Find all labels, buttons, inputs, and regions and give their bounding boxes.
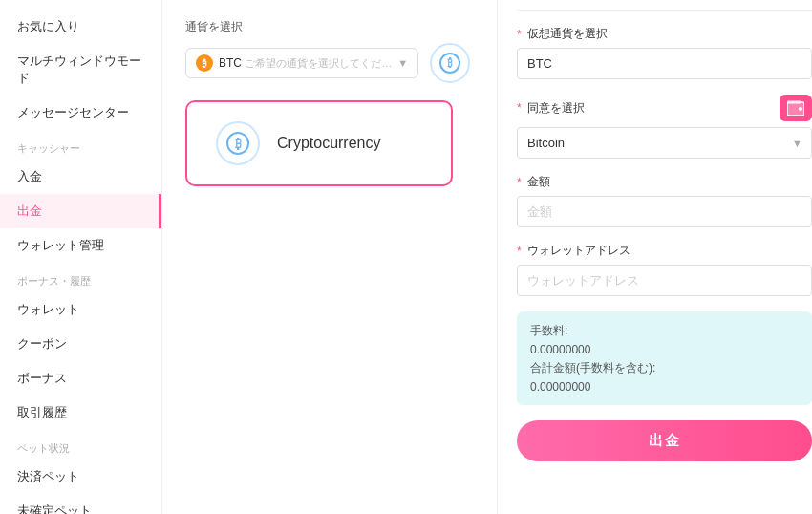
network-label: * 同意を選択 — [517, 100, 585, 117]
btc-icon: ₿ — [196, 54, 213, 72]
wallet-address-label: * ウォレットアドレス — [517, 243, 812, 259]
currency-select-row: ₿ BTC ご希望の通貨を選択してくだ… ▼ ₿ — [185, 43, 474, 83]
crypto-icon-circle: ₿ — [430, 43, 470, 83]
amount-label: * 金額 — [517, 174, 812, 190]
form-panel: * 仮想通貨を選択 * 同意を選択 — [497, 0, 812, 514]
currency-section-label: 通貨を選択 — [185, 19, 474, 35]
wallet-address-group: * ウォレットアドレス — [517, 243, 812, 296]
form-divider — [517, 10, 812, 11]
fee-info-box: 手数料: 0.00000000 合計金額(手数料を含む): 0.00000000 — [517, 311, 812, 405]
svg-text:₿: ₿ — [447, 57, 453, 69]
submit-withdraw-button[interactable]: 出金 — [517, 420, 812, 461]
sidebar-item-coupon[interactable]: クーポン — [0, 327, 161, 361]
total-label-line: 合計金額(手数料を含む): — [530, 360, 799, 376]
svg-point-7 — [799, 107, 802, 111]
amount-input[interactable] — [517, 196, 812, 227]
sidebar-item-multiwindow[interactable]: マルチウィンドウモード — [0, 44, 161, 96]
sidebar-item-unconfirmed-pet[interactable]: 未確定ペット — [0, 494, 161, 514]
svg-text:₿: ₿ — [235, 137, 242, 151]
sidebar: お気に入り マルチウィンドウモード メッセージセンター キャッシャー 入金 出金… — [0, 0, 162, 514]
network-input[interactable] — [517, 127, 812, 159]
crypto-input[interactable] — [517, 48, 812, 79]
crypto-select-group: * 仮想通貨を選択 — [517, 26, 812, 79]
sidebar-item-settled-pet[interactable]: 決済ペット — [0, 460, 161, 494]
network-select-wrapper: ▼ — [517, 127, 812, 159]
sidebar-item-deposit[interactable]: 入金 — [0, 160, 161, 194]
cryptocurrency-label: Cryptocurrency — [277, 135, 380, 152]
fee-label-line: 手数料: — [530, 323, 799, 339]
main-content: 通貨を選択 ₿ BTC ご希望の通貨を選択してくだ… ▼ ₿ ₿ — [162, 0, 497, 514]
fee-value-line: 0.00000000 — [530, 343, 799, 356]
currency-dropdown[interactable]: ₿ BTC ご希望の通貨を選択してくだ… ▼ — [185, 48, 418, 78]
sidebar-item-wallet[interactable]: ウォレット — [0, 292, 161, 327]
sidebar-item-withdraw[interactable]: 出金 — [0, 194, 161, 228]
crypto-select-label: * 仮想通貨を選択 — [517, 26, 812, 42]
wallet-address-input[interactable] — [517, 265, 812, 296]
cryptocurrency-card[interactable]: ₿ Cryptocurrency — [185, 100, 453, 186]
sidebar-item-history[interactable]: 取引履歴 — [0, 396, 161, 430]
sidebar-item-wallet-manage[interactable]: ウォレット管理 — [0, 228, 161, 263]
currency-dropdown-label: BTC ご希望の通貨を選択してくだ… — [219, 56, 392, 71]
total-value-line: 0.00000000 — [530, 380, 799, 394]
amount-group: * 金額 — [517, 174, 812, 227]
sidebar-item-favorites[interactable]: お気に入り — [0, 10, 161, 44]
pet-section-label: ペット状況 — [0, 430, 161, 460]
currency-dropdown-chevron-icon: ▼ — [397, 57, 408, 69]
cashier-section-label: キャッシャー — [0, 130, 161, 160]
crypto-card-icon: ₿ — [216, 121, 260, 165]
wallet-icon-button[interactable] — [780, 95, 812, 121]
bonus-section-label: ボーナス・履歴 — [0, 263, 161, 292]
sidebar-item-bonus[interactable]: ボーナス — [0, 361, 161, 396]
svg-rect-6 — [787, 100, 801, 104]
sidebar-item-messages[interactable]: メッセージセンター — [0, 96, 161, 130]
network-select-group: * 同意を選択 ▼ — [517, 95, 812, 159]
